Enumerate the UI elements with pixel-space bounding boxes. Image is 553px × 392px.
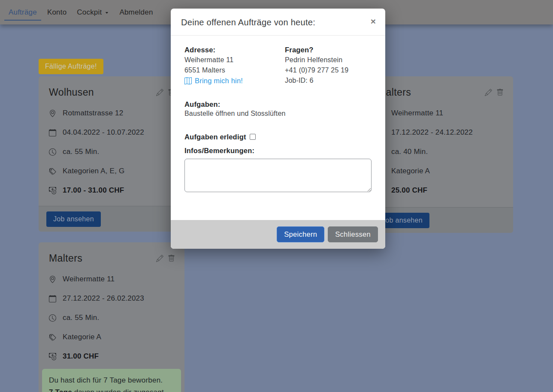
bring-mich-hin-label: Bring mich hin! [195, 75, 243, 86]
card-price: 25.00 CHF [391, 186, 427, 195]
card-categories: Kategorien A, E, G [63, 167, 124, 175]
card-dates: 17.12.2022 - 24.12.2022 [391, 128, 473, 137]
applied-notice-rest: davon wurden dir zugesagt. [72, 388, 166, 392]
card-duration: ca. 55 Min. [63, 314, 99, 322]
tasks-text: Baustelle öffnen und Stosslüften [184, 109, 372, 119]
map-icon [184, 77, 192, 84]
clock-icon [49, 314, 56, 322]
job-id: Job-ID: 6 [285, 75, 372, 86]
tags-icon [49, 168, 56, 175]
trash-icon[interactable] [496, 89, 504, 96]
card-categories: Kategorie A [63, 333, 101, 341]
open-orders-dialog: Deine offenen Aufträge von heute: × Adre… [171, 9, 385, 249]
pencil-icon[interactable] [156, 255, 163, 262]
card-duration: ca. 55 Min. [63, 148, 99, 156]
modal-body: Adresse: Weihermatte 11 6551 Malters Bri… [171, 36, 385, 220]
notes-textarea[interactable] [184, 159, 372, 192]
nav-item-auftraege[interactable]: Aufträge [4, 6, 41, 21]
nav-item-abmelden[interactable]: Abmelden [115, 6, 157, 21]
modal-footer: Speichern Schliessen [171, 220, 385, 249]
card-categories: Kategorie A [391, 167, 430, 175]
tasks-label: Aufgaben: [184, 100, 372, 109]
nav-item-cockpit-label: Cockpit [77, 8, 102, 17]
save-button[interactable]: Speichern [277, 226, 324, 242]
location-icon [49, 276, 56, 283]
notes-label: Infos/Bemerkungen: [184, 147, 372, 155]
trash-icon[interactable] [168, 255, 175, 262]
card-title: Wolhusen [49, 87, 94, 98]
card-address: Weihermatte 11 [63, 275, 115, 283]
applied-notice-line1: Du hast dich für 7 Tage beworben. [49, 376, 163, 384]
nav-item-cockpit[interactable]: Cockpit [73, 6, 113, 21]
schliessen-button[interactable]: Schliessen [328, 226, 378, 242]
address-label: Adresse: [184, 45, 285, 55]
card-dates: 04.04.2022 - 10.07.2022 [63, 128, 144, 137]
card-title: Malters [49, 253, 82, 264]
job-card-malters-right: Malters Weihermatte 11 17.12.2022 - 24.1… [367, 76, 513, 233]
location-icon [49, 110, 56, 117]
pencil-icon[interactable] [156, 89, 163, 96]
questions-label: Fragen? [285, 45, 372, 55]
job-ansehen-button[interactable]: Job ansehen [46, 211, 101, 227]
card-price: 31.00 CHF [63, 352, 99, 361]
card-dates: 27.12.2022 - 26.02.2023 [63, 294, 144, 303]
job-card-wolhusen: Wolhusen Rotmattstrasse 12 04.04.2022 - … [39, 76, 184, 232]
contact-phone: +41 (0)79 277 25 19 [285, 65, 372, 75]
address-city: 6551 Malters [184, 65, 285, 75]
calendar-icon [49, 295, 56, 302]
calendar-icon [49, 129, 56, 136]
modal-title: Deine offenen Aufträge von heute: [181, 18, 375, 27]
applied-notice-bold: 7 Tage [49, 388, 72, 392]
bring-mich-hin-link[interactable]: Bring mich hin! [184, 75, 243, 86]
card-address: Weihermatte 11 [391, 109, 443, 118]
card-price: 17.00 - 31.00 CHF [63, 186, 124, 195]
card-duration: ca. 40 Min. [391, 148, 428, 156]
nav-item-konto[interactable]: Konto [43, 6, 71, 21]
modal-header: Deine offenen Aufträge von heute: × [171, 9, 385, 36]
caret-down-icon [105, 11, 109, 15]
contact-name: Pedrin Helfenstein [285, 55, 372, 65]
clock-icon [49, 148, 56, 156]
address-street: Weihermatte 11 [184, 55, 285, 65]
tags-icon [49, 334, 56, 341]
cash-icon [49, 353, 56, 360]
card-address: Rotmattstrasse 12 [63, 109, 123, 118]
pencil-icon[interactable] [485, 89, 492, 96]
tasks-done-checkbox[interactable] [250, 134, 256, 140]
close-icon[interactable]: × [368, 14, 378, 28]
job-card-malters-bottom: Malters Weihermatte 11 27.12.2022 - 26.0… [39, 242, 184, 392]
cash-icon [49, 187, 56, 194]
applied-notice: Du hast dich für 7 Tage beworben. 7 Tage… [42, 369, 181, 392]
tasks-done-label: Aufgaben erledigt [184, 133, 246, 141]
due-orders-button[interactable]: Fällige Aufträge! [39, 59, 103, 74]
